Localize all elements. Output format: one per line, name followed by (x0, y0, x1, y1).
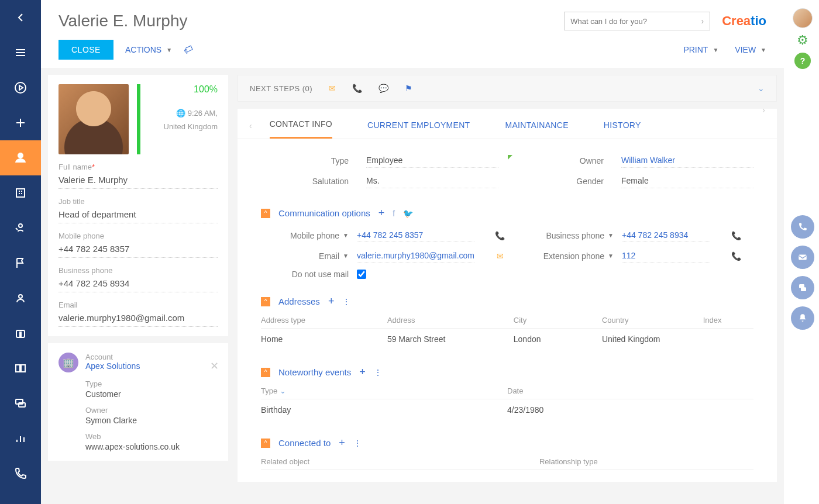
add-address-button[interactable]: + (328, 295, 335, 308)
call-icon[interactable]: 📞 (352, 84, 362, 93)
ext-phone-field[interactable]: 112 (622, 249, 710, 263)
tab-history[interactable]: HISTORY (604, 120, 641, 138)
tab-scroll-right[interactable]: › (762, 105, 765, 115)
close-button[interactable]: CLOSE (58, 40, 113, 60)
add-communication-button[interactable]: + (378, 207, 385, 219)
contact-photo[interactable] (58, 84, 129, 154)
mobile-phone-field[interactable]: +44 782 245 8357 (357, 229, 474, 242)
cti-bell-icon[interactable] (791, 306, 814, 330)
section-toggle-icon[interactable]: ^ (261, 439, 270, 448)
facebook-icon[interactable]: f (393, 209, 395, 218)
view-dropdown[interactable]: VIEW▼ (735, 45, 766, 54)
add-event-button[interactable]: + (359, 366, 366, 378)
account-owner-label: Owner (85, 406, 218, 415)
tabs-container: ‹ CONTACT INFO CURRENT EMPLOYMENT MAINTA… (238, 109, 777, 482)
svg-rect-6 (20, 332, 21, 334)
communication-title: Communication options (278, 208, 370, 218)
tab-scroll-left[interactable]: ‹ (249, 121, 252, 130)
phone-icon[interactable]: 📞 (718, 251, 753, 261)
business-phone-field[interactable]: +44 782 245 8934 (622, 229, 710, 242)
nav-alert-icon[interactable] (0, 316, 41, 351)
email-input[interactable]: valerie.murphy1980@gmail.com (58, 309, 218, 327)
print-dropdown[interactable]: PRINT▼ (683, 45, 718, 54)
section-toggle-icon[interactable]: ^ (261, 209, 270, 218)
nav-chart-icon[interactable] (0, 421, 41, 456)
nav-leads-icon[interactable] (0, 210, 41, 246)
tab-maintainance[interactable]: MAINTAINANCE (505, 120, 568, 138)
search-go-icon[interactable]: › (701, 16, 704, 26)
mobile-phone-label[interactable]: Mobile phone▼ (261, 231, 349, 240)
section-toggle-icon[interactable]: ^ (261, 368, 270, 377)
twitter-icon[interactable]: 🐦 (403, 209, 413, 218)
global-search[interactable]: › (564, 12, 710, 30)
gear-icon[interactable]: ⚙ (797, 33, 808, 48)
help-icon[interactable]: ? (794, 53, 811, 69)
task-icon[interactable]: 💬 (378, 84, 388, 93)
owner-field[interactable]: William Walker (621, 153, 753, 168)
cti-mail-icon[interactable] (791, 246, 814, 269)
events-table-header: Type⌄ Date (261, 386, 753, 399)
ext-phone-label[interactable]: Extension phone▼ (526, 251, 614, 261)
cti-phone-icon[interactable] (791, 215, 814, 239)
nav-add-icon[interactable] (0, 105, 41, 140)
comm-email-field[interactable]: valerie.murphy1980@gmail.com (357, 249, 474, 263)
svg-rect-10 (799, 255, 807, 260)
type-field[interactable]: Employee (366, 153, 498, 168)
svg-rect-7 (20, 335, 21, 336)
job-title-label: Job title (58, 197, 218, 206)
left-panel: 100% 🌐9:26 AM, United Kingdom Full name*… (48, 75, 228, 499)
next-steps-label: NEXT STEPS (0) (250, 84, 312, 93)
flag-task-icon[interactable]: ⚑ (405, 84, 412, 93)
do-not-mail-checkbox[interactable] (357, 270, 366, 279)
gender-field[interactable]: Female (621, 174, 753, 188)
current-user-avatar[interactable] (793, 8, 813, 28)
mail-icon[interactable]: ✉ (483, 251, 518, 261)
section-menu-icon[interactable]: ⋮ (342, 297, 350, 306)
job-title-input[interactable]: Head of department (58, 206, 218, 223)
section-menu-icon[interactable]: ⋮ (353, 439, 362, 448)
nav-phone-icon[interactable] (0, 456, 41, 491)
actions-dropdown[interactable]: ACTIONS▼ (125, 45, 172, 54)
phone-icon[interactable]: 📞 (718, 231, 753, 240)
dnm-label: Do not use mail (261, 270, 349, 279)
account-owner-link[interactable]: Symon Clarke (85, 416, 218, 425)
nav-chat-icon[interactable] (0, 386, 41, 421)
time-location: 🌐9:26 AM, United Kingdom (164, 106, 218, 134)
mobile-input[interactable]: +44 782 245 8357 (58, 240, 218, 258)
right-sidebar: ⚙ ? (786, 0, 819, 504)
tab-current-employment[interactable]: CURRENT EMPLOYMENT (367, 120, 470, 138)
section-toggle-icon[interactable]: ^ (261, 297, 270, 306)
left-sidebar (0, 0, 41, 504)
address-row[interactable]: Home59 March StreetLondonUnited Kingdom (261, 329, 753, 350)
email-icon[interactable]: ✉ (329, 84, 336, 93)
global-search-input[interactable] (570, 17, 701, 26)
tag-icon[interactable]: 🏷 (182, 43, 195, 56)
salutation-field[interactable]: Ms. (366, 174, 498, 188)
nav-contacts-icon[interactable] (0, 140, 41, 175)
full-name-input[interactable]: Valerie E. Murphy (58, 171, 218, 189)
business-phone-label[interactable]: Business phone▼ (526, 231, 614, 240)
connected-table-header: Related objectRelationship type (261, 457, 753, 470)
cti-feed-icon[interactable] (791, 276, 814, 299)
close-icon[interactable]: ✕ (210, 360, 219, 372)
account-link[interactable]: Apex Solutions (85, 361, 140, 371)
account-web-value[interactable]: www.apex-solutions.co.uk (85, 442, 218, 451)
event-row[interactable]: Birthday4/23/1980 (261, 399, 753, 420)
nav-book-icon[interactable] (0, 351, 41, 386)
page-title: Valerie E. Murphy (58, 12, 187, 30)
nav-accounts-icon[interactable] (0, 175, 41, 210)
chevron-down-icon[interactable]: ⌄ (280, 386, 286, 395)
chevron-down-icon[interactable]: ⌄ (758, 84, 765, 93)
nav-user-icon[interactable] (0, 281, 41, 316)
tab-contact-info[interactable]: CONTACT INFO (270, 119, 332, 139)
nav-menu-icon[interactable] (0, 35, 41, 70)
section-menu-icon[interactable]: ⋮ (374, 368, 382, 377)
account-web-label: Web (85, 432, 218, 441)
business-input[interactable]: +44 782 245 8934 (58, 275, 218, 292)
nav-play-icon[interactable] (0, 70, 41, 105)
nav-flag-icon[interactable] (0, 246, 41, 281)
nav-back-icon[interactable] (0, 0, 41, 35)
comm-email-label[interactable]: Email▼ (261, 251, 349, 261)
add-connection-button[interactable]: + (339, 437, 345, 449)
phone-icon[interactable]: 📞 (483, 231, 518, 240)
